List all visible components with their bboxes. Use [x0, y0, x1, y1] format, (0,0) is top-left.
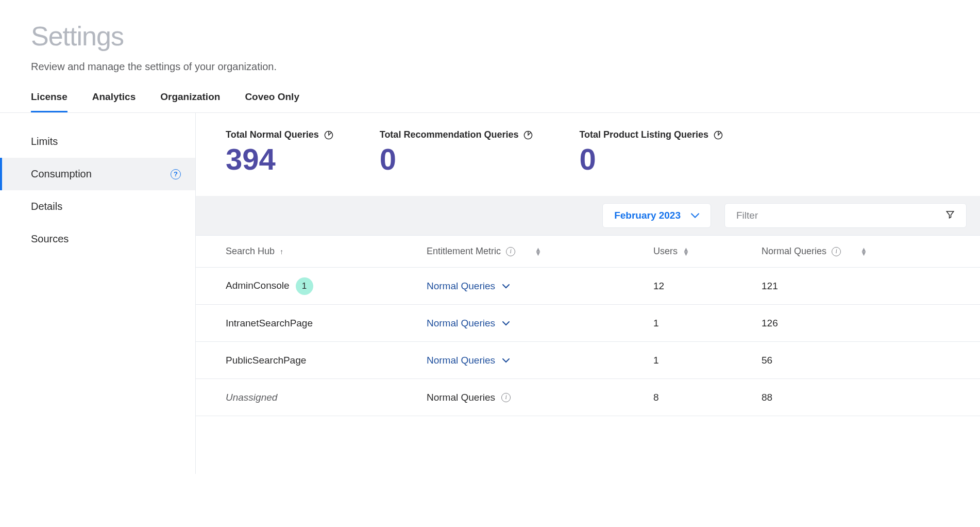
cell-queries: 88: [762, 392, 875, 403]
pie-icon: [324, 130, 333, 140]
stat-label: Total Recommendation Queries: [380, 129, 519, 140]
sidebar-item-label: Details: [31, 201, 62, 212]
tabs-bar: LicenseAnalyticsOrganizationCoveo Only: [0, 91, 980, 113]
metric-dropdown[interactable]: Normal Queries: [427, 355, 510, 366]
info-icon[interactable]: i: [501, 393, 511, 402]
cell-metric: Normal Queries: [427, 355, 653, 366]
stat-label: Total Product Listing Queries: [579, 129, 708, 140]
filter-input[interactable]: [736, 210, 945, 221]
metric-label: Normal Queries: [427, 318, 495, 329]
metric-dropdown[interactable]: Normal Queries: [427, 281, 510, 292]
sidebar-item-label: Consumption: [31, 168, 92, 180]
metric-label: Normal Queries: [427, 281, 495, 292]
search-hub-name: AdminConsole: [226, 280, 290, 291]
sort-toggle-icon[interactable]: ▲▼: [860, 248, 867, 256]
stat-value: 0: [380, 144, 533, 174]
tab-coveo-only[interactable]: Coveo Only: [245, 91, 299, 112]
sort-toggle-icon[interactable]: ▲▼: [535, 248, 542, 256]
cell-queries: 126: [762, 318, 875, 329]
chevron-down-icon: [502, 319, 510, 327]
cell-search-hub: PublicSearchPage: [226, 355, 427, 366]
sidebar-item-consumption[interactable]: Consumption?: [0, 158, 195, 190]
sidebar-item-details[interactable]: Details: [0, 190, 195, 223]
cell-users: 12: [653, 281, 762, 292]
metric-dropdown[interactable]: Normal Queries: [427, 318, 510, 329]
table-row[interactable]: UnassignedNormal Queriesi888: [196, 379, 980, 416]
cell-search-hub: Unassigned: [226, 392, 427, 403]
pie-icon: [523, 130, 533, 140]
sidebar-item-sources[interactable]: Sources: [0, 223, 195, 255]
stat-value: 394: [226, 144, 333, 174]
cell-users: 8: [653, 392, 762, 403]
search-hub-name: IntranetSearchPage: [226, 318, 313, 328]
info-icon[interactable]: i: [832, 247, 841, 256]
sort-toggle-icon[interactable]: ▲▼: [683, 248, 689, 256]
tab-organization[interactable]: Organization: [160, 91, 220, 112]
col-label: Search Hub: [226, 246, 275, 257]
table-row[interactable]: AdminConsole1Normal Queries12121: [196, 268, 980, 305]
tab-analytics[interactable]: Analytics: [92, 91, 136, 112]
tab-license[interactable]: License: [31, 91, 67, 112]
month-selector[interactable]: February 2023: [602, 203, 711, 228]
stat-block: Total Recommendation Queries0: [380, 129, 533, 174]
cell-users: 1: [653, 355, 762, 366]
search-hub-name: PublicSearchPage: [226, 355, 306, 366]
cell-metric: Normal Queriesi: [427, 392, 653, 403]
stat-value: 0: [579, 144, 723, 174]
sidebar-item-label: Sources: [31, 233, 69, 245]
sidebar-item-label: Limits: [31, 136, 58, 147]
month-label: February 2023: [614, 210, 681, 221]
cell-queries: 121: [762, 281, 875, 292]
col-header-queries[interactable]: Normal Queries i ▲▼: [762, 246, 875, 257]
stat-block: Total Normal Queries394: [226, 129, 333, 174]
chevron-down-icon: [502, 282, 510, 290]
stat-label: Total Normal Queries: [226, 129, 319, 140]
col-label: Entitlement Metric: [427, 246, 501, 257]
filter-box[interactable]: [724, 203, 967, 228]
cell-search-hub: IntranetSearchPage: [226, 318, 427, 329]
sidebar-item-limits[interactable]: Limits: [0, 125, 195, 158]
cell-search-hub: AdminConsole1: [226, 277, 427, 295]
badge-count: 1: [296, 277, 313, 295]
col-label: Users: [653, 246, 678, 257]
page-subtitle: Review and manage the settings of your o…: [31, 61, 949, 73]
table-header-row: Search Hub ↑ Entitlement Metric i ▲▼ Use…: [196, 236, 980, 268]
help-icon[interactable]: ?: [171, 169, 181, 179]
info-icon[interactable]: i: [506, 247, 515, 256]
col-header-users[interactable]: Users ▲▼: [653, 246, 762, 257]
cell-metric: Normal Queries: [427, 318, 653, 329]
table-row[interactable]: PublicSearchPageNormal Queries156: [196, 342, 980, 379]
col-header-metric[interactable]: Entitlement Metric i ▲▼: [427, 246, 653, 257]
metric-static: Normal Queriesi: [427, 392, 511, 403]
table: Search Hub ↑ Entitlement Metric i ▲▼ Use…: [196, 236, 980, 416]
sidebar: LimitsConsumption?DetailsSources: [0, 113, 196, 474]
stat-block: Total Product Listing Queries0: [579, 129, 723, 174]
col-header-search-hub[interactable]: Search Hub ↑: [226, 246, 427, 257]
metric-label: Normal Queries: [427, 392, 495, 403]
table-row[interactable]: IntranetSearchPageNormal Queries1126: [196, 305, 980, 342]
metric-label: Normal Queries: [427, 355, 495, 366]
page-title: Settings: [31, 21, 949, 52]
chevron-down-icon: [502, 356, 510, 365]
filter-icon: [945, 210, 955, 221]
cell-metric: Normal Queries: [427, 281, 653, 292]
chevron-down-icon: [691, 211, 699, 220]
cell-users: 1: [653, 318, 762, 329]
toolbar: February 2023: [196, 196, 980, 236]
col-label: Normal Queries: [762, 246, 826, 257]
arrow-up-icon: ↑: [280, 248, 283, 256]
cell-queries: 56: [762, 355, 875, 366]
pie-icon: [714, 130, 723, 140]
stats-row: Total Normal Queries394Total Recommendat…: [196, 113, 980, 196]
search-hub-name: Unassigned: [226, 392, 277, 403]
